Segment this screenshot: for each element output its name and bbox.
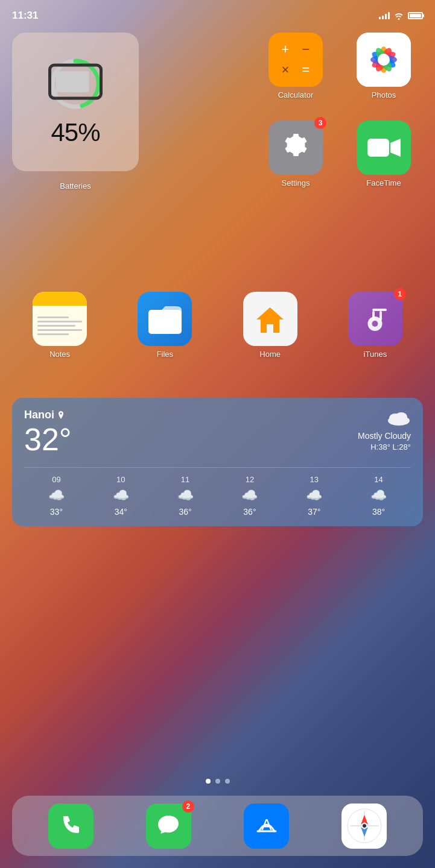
app-notes[interactable]: Notes	[12, 292, 107, 359]
appstore-icon: A	[244, 804, 289, 849]
location-icon	[57, 411, 65, 420]
calc-equals: =	[296, 60, 316, 80]
svg-point-36	[363, 824, 366, 828]
weather-widget[interactable]: Hanoi 32° Mostly Cloudy H:38° L:28° 09 ☁…	[12, 398, 423, 526]
files-label: Files	[157, 350, 173, 359]
svg-point-13	[378, 54, 390, 66]
appstore-svg: A	[254, 813, 279, 838]
wifi-icon	[393, 11, 404, 20]
page-dot-3[interactable]	[225, 779, 230, 784]
forecast-temp: 34°	[115, 507, 127, 517]
svg-rect-22	[372, 311, 375, 321]
dock-app-messages[interactable]: 2	[146, 804, 191, 849]
settings-badge: 3	[314, 117, 326, 129]
photos-label: Photos	[372, 90, 396, 99]
settings-gear-svg	[279, 131, 313, 165]
notes-icon-wrapper	[33, 292, 87, 346]
forecast-item: 09 ☁️ 33°	[24, 475, 89, 517]
weather-city-name: Hanoi	[24, 409, 72, 421]
notes-label: Notes	[49, 350, 70, 359]
facetime-icon	[357, 121, 411, 175]
settings-icon: 3	[268, 121, 323, 175]
messages-svg	[156, 813, 181, 838]
facetime-label: FaceTime	[366, 178, 401, 187]
forecast-cloud-icon: ☁️	[241, 488, 258, 503]
notes-line-5	[37, 333, 69, 335]
notes-line-2	[37, 321, 82, 322]
page-dot-1[interactable]	[206, 779, 211, 784]
weather-city-section: Hanoi 32°	[24, 409, 72, 458]
battery-phone-icon	[48, 55, 103, 113]
weather-condition-section: Mostly Cloudy H:38° L:28°	[358, 409, 411, 453]
forecast-item: 12 ☁️ 36°	[218, 475, 282, 517]
app-calculator[interactable]: + − × = Calculator	[256, 33, 335, 111]
photos-svg	[357, 33, 411, 87]
photos-icon	[357, 33, 411, 87]
page-dot-2[interactable]	[215, 779, 220, 784]
messages-badge: 2	[182, 800, 194, 813]
app-settings[interactable]: 3 Settings	[256, 121, 335, 199]
svg-rect-14	[367, 139, 389, 157]
safari-icon	[341, 804, 387, 849]
facetime-svg	[367, 136, 401, 160]
calc-times: ×	[276, 60, 295, 80]
battery-fill	[410, 14, 421, 17]
signal-bar-3	[385, 14, 387, 19]
forecast-hour: 12	[246, 475, 254, 484]
itunes-svg	[358, 303, 392, 336]
dock: 2 A	[12, 796, 423, 856]
app-photos[interactable]: Photos	[345, 33, 423, 111]
home-svg	[253, 303, 287, 336]
forecast-cloud-icon: ☁️	[113, 488, 129, 503]
time-display: 11:31	[12, 10, 38, 22]
app-home[interactable]: Home	[223, 292, 318, 359]
svg-rect-20	[372, 309, 387, 311]
battery-widget[interactable]: 45% Batteries	[12, 33, 139, 171]
app-facetime[interactable]: FaceTime	[345, 121, 423, 199]
dock-app-appstore[interactable]: A	[244, 804, 289, 849]
forecast-temp: 38°	[372, 507, 385, 517]
svg-rect-3	[56, 71, 89, 92]
dock-app-phone[interactable]	[48, 804, 94, 849]
forecast-temp: 33°	[50, 507, 63, 517]
app-files[interactable]: Files	[117, 292, 212, 359]
forecast-hour: 13	[310, 475, 319, 484]
app-grid-row2: Notes Files Home	[12, 292, 423, 359]
calc-plus: +	[276, 40, 295, 59]
app-itunes[interactable]: 1 iTunes	[328, 292, 423, 359]
home-icon-wrapper	[243, 292, 297, 346]
signal-bars	[379, 12, 390, 19]
notes-line-4	[37, 329, 82, 331]
city-name-text: Hanoi	[24, 409, 54, 421]
forecast-temp: 36°	[179, 507, 191, 517]
forecast-item: 11 ☁️ 36°	[153, 475, 218, 517]
dock-app-safari[interactable]	[341, 804, 387, 849]
cloud-icon	[387, 409, 411, 427]
forecast-temp: 37°	[308, 507, 320, 517]
forecast-item: 14 ☁️ 38°	[346, 475, 411, 517]
itunes-label: iTunes	[364, 350, 387, 359]
svg-point-26	[395, 412, 407, 422]
settings-label: Settings	[282, 178, 310, 187]
files-icon-wrapper	[138, 292, 192, 346]
itunes-badge: 1	[394, 288, 406, 300]
phone-svg	[59, 814, 83, 838]
weather-condition-text: Mostly Cloudy	[358, 430, 411, 442]
svg-rect-4	[48, 74, 51, 89]
weather-forecast: 09 ☁️ 33° 10 ☁️ 34° 11 ☁️ 36° 12 ☁️ 36° …	[24, 467, 411, 517]
forecast-item: 10 ☁️ 34°	[89, 475, 153, 517]
messages-icon: 2	[146, 804, 191, 849]
battery-tip	[423, 14, 424, 17]
svg-point-23	[372, 321, 378, 327]
calc-minus: −	[296, 40, 316, 59]
battery-percentage: 45%	[51, 118, 100, 147]
page-dots	[206, 779, 230, 784]
svg-point-18	[267, 309, 273, 315]
signal-bar-1	[379, 17, 381, 19]
forecast-hour: 09	[52, 475, 60, 484]
files-svg	[148, 304, 182, 334]
home-label: Home	[259, 350, 281, 359]
calculator-icon: + − × =	[268, 33, 323, 87]
signal-bar-4	[388, 12, 390, 19]
status-bar: 11:31	[0, 0, 435, 27]
